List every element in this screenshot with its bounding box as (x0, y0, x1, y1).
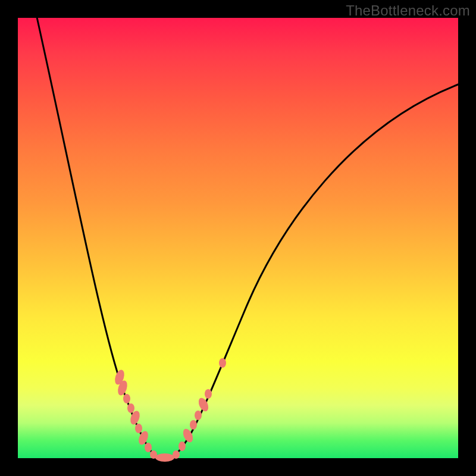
plot-area (18, 18, 458, 458)
curve-layer (18, 18, 458, 458)
data-dot (178, 441, 186, 451)
curves-group (36, 12, 461, 458)
chart-frame: TheBottleneck.com (0, 0, 476, 476)
watermark-text: TheBottleneck.com (346, 2, 470, 19)
data-dot (135, 424, 142, 433)
data-dot (127, 403, 134, 413)
data-dot (190, 420, 197, 430)
data-dot (219, 358, 226, 368)
data-dot (145, 443, 152, 452)
data-dot (205, 389, 212, 399)
data-dot (195, 411, 202, 420)
data-dot (123, 394, 130, 403)
data-dot (155, 453, 174, 462)
data-dot (173, 450, 180, 459)
dots-group (113, 358, 226, 462)
curve-left-branch (36, 12, 159, 458)
curve-right-branch (170, 83, 461, 458)
